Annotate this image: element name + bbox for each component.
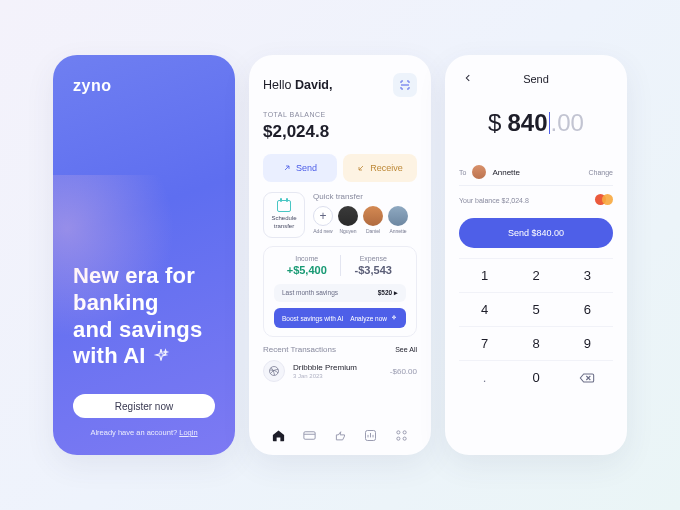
receive-button[interactable]: Receive [343, 154, 417, 182]
recipient-row: To Annette Change [459, 159, 613, 186]
login-prompt: Already have an account? Login [73, 428, 215, 437]
key-7[interactable]: 7 [459, 326, 510, 360]
input-caret [549, 112, 550, 134]
contact-avatar[interactable]: Daniel [363, 206, 383, 234]
key-8[interactable]: 8 [510, 326, 561, 360]
transaction-amount: -$60.00 [390, 367, 417, 376]
nav-home-icon[interactable] [271, 428, 286, 443]
nav-stats-icon[interactable] [363, 428, 378, 443]
recipient-avatar [472, 165, 486, 179]
send-button[interactable]: Send [263, 154, 337, 182]
greeting: Hello David, [263, 78, 332, 92]
chevron-left-icon [463, 73, 473, 83]
amount-fraction: .00 [551, 109, 584, 136]
income-expense-card: Income +$5,400 Expense -$3,543 Last mont… [263, 246, 417, 337]
transaction-row[interactable]: Dribbble Premium 3 Jan 2023 -$60.00 [263, 360, 417, 382]
mastercard-icon[interactable] [595, 194, 613, 206]
backspace-icon [579, 372, 595, 384]
income-label: Income [274, 255, 340, 262]
income-value: +$5,400 [274, 264, 340, 276]
confirm-send-button[interactable]: Send $840.00 [459, 218, 613, 248]
contact-avatar[interactable]: Annette [388, 206, 408, 234]
svg-point-6 [403, 437, 406, 440]
avatar [338, 206, 358, 226]
promo-screen: zyno New era for banking and savings wit… [53, 55, 235, 455]
arrow-up-right-icon [283, 164, 291, 172]
headline-line: and savings [73, 317, 202, 342]
key-5[interactable]: 5 [510, 292, 561, 326]
register-button[interactable]: Register now [73, 394, 215, 418]
key-4[interactable]: 4 [459, 292, 510, 326]
key-2[interactable]: 2 [510, 258, 561, 292]
plus-icon: + [313, 206, 333, 226]
dribbble-icon [263, 360, 285, 382]
last-month-savings: Last month savings $520 ▸ [274, 284, 406, 302]
currency-symbol: $ [488, 109, 501, 137]
send-label: Send [296, 163, 317, 173]
scan-button[interactable] [393, 73, 417, 97]
key-0[interactable]: 0 [510, 360, 561, 394]
nav-like-icon[interactable] [332, 428, 347, 443]
key-6[interactable]: 6 [562, 292, 613, 326]
balance-row: Your balance $2,024.8 [459, 186, 613, 218]
calendar-icon [277, 200, 291, 212]
schedule-transfer-button[interactable]: Schedule transfer [263, 192, 305, 238]
sparkle-icon [152, 345, 170, 372]
promo-headline: New era for banking and savings with AI [73, 263, 215, 372]
sparkle-icon [390, 314, 398, 322]
bottom-nav [263, 418, 417, 447]
boost-savings-button[interactable]: Boost savings with AI Analyze now [274, 308, 406, 328]
analyze-label: Analyze now [350, 315, 387, 322]
add-contact-button[interactable]: + Add new [313, 206, 333, 234]
scan-icon [399, 79, 411, 91]
your-balance-label: Your balance $2,024.8 [459, 197, 529, 204]
transaction-name: Dribbble Premium [293, 363, 382, 372]
headline-line: banking [73, 290, 159, 315]
back-button[interactable] [459, 69, 477, 87]
contact-avatar[interactable]: Nguyen [338, 206, 358, 234]
svg-point-4 [403, 431, 406, 434]
schedule-label: transfer [271, 223, 296, 230]
recipient-name: Annette [492, 168, 520, 177]
balance-value: $2,024.8 [263, 122, 417, 142]
key-1[interactable]: 1 [459, 258, 510, 292]
key-decimal[interactable]: . [459, 360, 510, 394]
amount-main: 840 [507, 109, 547, 136]
balance-label: TOTAL BALANCE [263, 111, 417, 118]
key-9[interactable]: 9 [562, 326, 613, 360]
boost-label: Boost savings with AI [282, 315, 343, 322]
greet-name: David, [295, 78, 333, 92]
avatar [363, 206, 383, 226]
transaction-date: 3 Jan 2023 [293, 373, 382, 379]
key-3[interactable]: 3 [562, 258, 613, 292]
to-label: To [459, 169, 466, 176]
send-screen: Send $840.00 To Annette Change Your bala… [445, 55, 627, 455]
see-all-link[interactable]: See All [395, 346, 417, 353]
greet-prefix: Hello [263, 78, 295, 92]
login-link[interactable]: Login [179, 428, 197, 437]
expense-value: -$3,543 [341, 264, 407, 276]
svg-point-5 [397, 437, 400, 440]
svg-point-3 [397, 431, 400, 434]
expense-label: Expense [341, 255, 407, 262]
change-recipient-link[interactable]: Change [588, 169, 613, 176]
login-prefix: Already have an account? [90, 428, 179, 437]
contact-name: Daniel [366, 228, 380, 234]
arrow-down-left-icon [357, 164, 365, 172]
avatar [388, 206, 408, 226]
key-backspace[interactable] [562, 360, 613, 394]
page-title: Send [523, 73, 549, 85]
schedule-label: Schedule [271, 215, 296, 222]
headline-line: with AI [73, 343, 146, 368]
quick-transfer-label: Quick transfer [313, 192, 417, 201]
brand-logo: zyno [73, 77, 215, 95]
lms-value: $520 ▸ [378, 289, 398, 297]
receive-label: Receive [370, 163, 403, 173]
nav-card-icon[interactable] [302, 428, 317, 443]
svg-rect-1 [304, 432, 315, 440]
recent-transactions-title: Recent Transactions [263, 345, 336, 354]
home-screen: Hello David, TOTAL BALANCE $2,024.8 Send… [249, 55, 431, 455]
your-balance-value: $2,024.8 [502, 197, 529, 204]
headline-line: New era for [73, 263, 195, 288]
nav-apps-icon[interactable] [394, 428, 409, 443]
